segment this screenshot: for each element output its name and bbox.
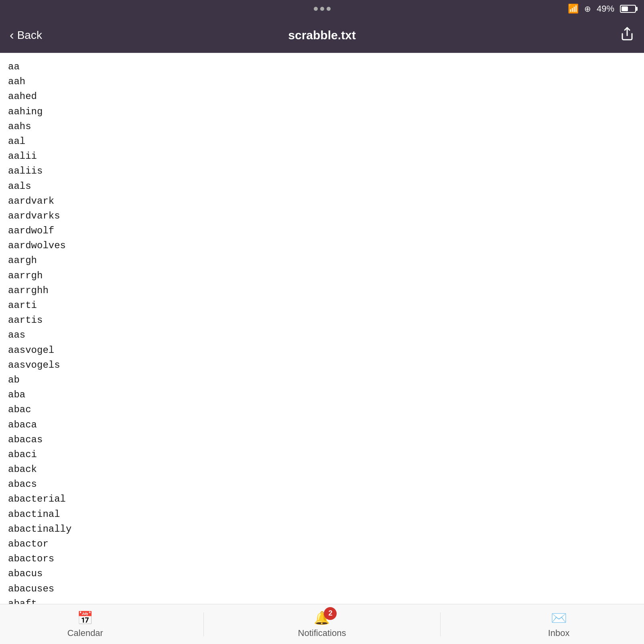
list-item: abacus (8, 566, 636, 581)
list-item: aback (8, 462, 636, 477)
calendar-label: Calendar (67, 628, 103, 638)
tab-divider-2 (440, 612, 441, 636)
list-item: abaca (8, 417, 636, 432)
inbox-label: Inbox (548, 628, 570, 638)
list-item: abactor (8, 537, 636, 551)
list-item: ab (8, 373, 636, 387)
list-item: abactinal (8, 507, 636, 522)
battery-icon (620, 5, 636, 13)
list-item: aalii (8, 149, 636, 164)
list-item: abacterial (8, 492, 636, 506)
list-item: aartis (8, 313, 636, 328)
list-item: aahs (8, 119, 636, 134)
list-item: aahed (8, 89, 636, 104)
list-item: abaft (8, 596, 636, 604)
list-item: abaci (8, 447, 636, 462)
list-item: aa (8, 59, 636, 74)
calendar-icon: 📅 (77, 610, 93, 626)
list-item: aal (8, 134, 636, 149)
inbox-icon: ✉️ (551, 610, 567, 626)
list-item: aba (8, 387, 636, 402)
status-bar-right: 📶 ⊕ 49% (568, 4, 636, 14)
notifications-label: Notifications (298, 628, 346, 638)
list-item: aasvogel (8, 343, 636, 358)
list-item: aarrgh (8, 268, 636, 283)
list-item: abac (8, 402, 636, 417)
status-bar: 📶 ⊕ 49% (0, 0, 644, 18)
list-item: aals (8, 179, 636, 194)
nav-bar: ‹ Back scrabble.txt (0, 18, 644, 53)
status-dot-1 (314, 7, 318, 11)
tab-bar: 📅 Calendar 2 🔔 Notifications ✉️ Inbox (0, 604, 644, 644)
back-label: Back (17, 29, 42, 42)
content-area[interactable]: aaaahaahedaahingaahsaalaaliiaaliisaalsaa… (0, 53, 644, 604)
tab-calendar[interactable]: 📅 Calendar (49, 610, 121, 638)
list-item: abacuses (8, 581, 636, 596)
battery-percentage: 49% (597, 4, 614, 14)
list-item: abacas (8, 432, 636, 447)
list-item: aargh (8, 253, 636, 268)
tab-divider-1 (203, 612, 204, 636)
list-item: aah (8, 74, 636, 89)
list-item: abactinally (8, 522, 636, 537)
status-dots (314, 7, 331, 11)
share-icon (620, 26, 634, 41)
word-list: aaaahaahedaahingaahsaalaaliiaaliisaalsaa… (8, 59, 636, 604)
list-item: aasvogels (8, 358, 636, 373)
wifi-icon: 📶 (568, 4, 579, 14)
nav-title: scrabble.txt (288, 28, 356, 42)
notification-badge: 2 (324, 607, 337, 620)
list-item: aahing (8, 104, 636, 119)
back-chevron-icon: ‹ (10, 28, 14, 43)
list-item: aardvarks (8, 209, 636, 223)
list-item: aaliis (8, 164, 636, 178)
status-dot-2 (320, 7, 324, 11)
location-icon: ⊕ (584, 4, 591, 14)
list-item: aardvark (8, 194, 636, 209)
list-item: aas (8, 328, 636, 342)
status-dot-3 (327, 7, 331, 11)
list-item: aardwolf (8, 223, 636, 238)
list-item: aarti (8, 298, 636, 313)
list-item: abactors (8, 551, 636, 566)
list-item: aarrghh (8, 283, 636, 298)
back-button[interactable]: ‹ Back (10, 28, 42, 43)
share-button[interactable] (620, 26, 634, 44)
tab-inbox[interactable]: ✉️ Inbox (523, 610, 595, 638)
tab-notifications[interactable]: 2 🔔 Notifications (286, 610, 358, 638)
list-item: abacs (8, 477, 636, 492)
list-item: aardwolves (8, 238, 636, 253)
